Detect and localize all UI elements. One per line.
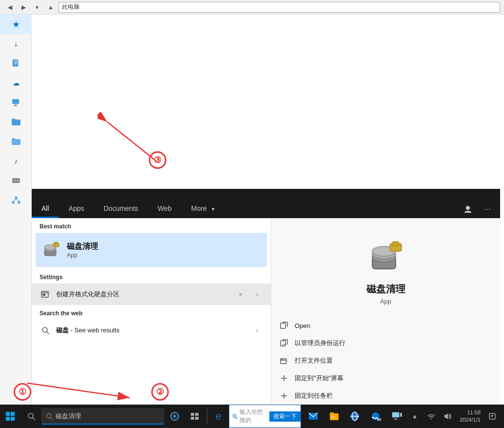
web-search-label: Search the web <box>32 305 271 320</box>
results-left: Best match 磁盘清理 App <box>32 218 271 405</box>
task-view-button[interactable] <box>185 405 206 428</box>
network-icon[interactable] <box>423 405 439 428</box>
svg-rect-47 <box>191 413 194 416</box>
svg-rect-48 <box>195 413 199 416</box>
svg-rect-62 <box>394 419 398 420</box>
context-pin-taskbar-text: 固定到任务栏 <box>295 391 333 400</box>
web-item-arrow: › <box>251 325 263 336</box>
sidebar-item-onedrive[interactable]: ☁ <box>0 73 32 93</box>
sidebar-item-network[interactable] <box>0 190 32 210</box>
web-item-text: 磁盘 - See web results <box>56 326 246 335</box>
volume-icon[interactable] <box>440 405 456 428</box>
svg-rect-24 <box>42 294 45 296</box>
chevron-down-icon: ▼ <box>211 206 216 212</box>
context-pin-taskbar[interactable]: 固定到任务栏 <box>271 387 500 405</box>
sidebar-item-pc[interactable] <box>0 93 32 112</box>
tab-apps-label: Apps <box>69 204 84 212</box>
results-right: 磁盘清理 App Open 以管理员身份运行 打开文件位置 <box>271 218 500 405</box>
svg-rect-65 <box>489 413 495 419</box>
tab-more-label: More <box>191 204 207 212</box>
context-open-text: Open <box>295 322 310 329</box>
context-pin-start[interactable]: 固定到"开始"屏幕 <box>271 369 500 387</box>
tab-all-label: All <box>41 204 49 212</box>
best-match-label: Best match <box>32 218 271 233</box>
context-open[interactable]: Open <box>271 317 500 334</box>
settings-item-disk-format[interactable]: 创建并格式化硬盘分区 × › <box>32 284 271 305</box>
notification-icon[interactable]: ▲ <box>407 405 423 428</box>
svg-rect-35 <box>281 359 286 364</box>
svg-marker-64 <box>444 413 448 419</box>
svg-rect-5 <box>15 104 17 105</box>
tab-apps[interactable]: Apps <box>59 200 94 218</box>
svg-rect-6 <box>14 105 18 106</box>
tab-web[interactable]: Web <box>148 200 181 218</box>
run-admin-icon <box>279 338 289 348</box>
internet-explorer-icon[interactable] <box>344 405 365 428</box>
start-button[interactable] <box>0 405 21 428</box>
dropdown-button[interactable]: ▾ <box>31 1 43 13</box>
forward-button[interactable]: ▶ <box>18 1 29 13</box>
context-run-as-admin[interactable]: 以管理员身份运行 <box>271 334 500 352</box>
windows-logo-icon <box>6 412 15 421</box>
sidebar-item-folder1[interactable] <box>0 112 32 132</box>
tab-all[interactable]: All <box>32 200 59 218</box>
svg-rect-54 <box>331 416 335 418</box>
web-search-item[interactable]: 磁盘 - See web results › <box>32 320 271 341</box>
ie-icon[interactable]: e <box>208 405 229 428</box>
taskbar-search-box[interactable]: 磁盘清理 <box>41 408 164 424</box>
tab-more[interactable]: More ▼ <box>181 200 225 218</box>
svg-line-43 <box>51 418 53 420</box>
sidebar-item-drive[interactable] <box>0 171 32 190</box>
ie-search-button[interactable]: 搜索一下 <box>269 411 301 422</box>
tab-web-label: Web <box>158 204 172 212</box>
cortana-button[interactable] <box>164 405 185 428</box>
clock[interactable]: 11:58 2024/1/1 <box>457 409 484 424</box>
context-open-location-text: 打开文件位置 <box>295 356 333 365</box>
context-open-location[interactable]: 打开文件位置 <box>271 352 500 369</box>
svg-rect-61 <box>395 418 397 419</box>
svg-point-46 <box>174 415 176 417</box>
sidebar-item-documents[interactable] <box>0 54 32 73</box>
sidebar-item-download[interactable]: ↓ <box>0 34 32 54</box>
tab-documents[interactable]: Documents <box>94 200 148 218</box>
sidebar-item-music[interactable]: ♪ <box>0 151 32 171</box>
best-match-title: 磁盘清理 <box>67 242 98 252</box>
svg-rect-49 <box>191 417 194 420</box>
svg-rect-34 <box>281 341 285 346</box>
taskbar-search-icon-button[interactable] <box>21 405 42 428</box>
more-options-icon[interactable]: ··· <box>479 201 496 218</box>
taskbar-right-area: ▲ 11:58 2024/1/1 <box>407 405 504 428</box>
svg-rect-50 <box>195 417 199 420</box>
fe-sidebar: ★ ↓ ☁ ♪ <box>0 15 32 405</box>
account-icon[interactable] <box>459 201 477 218</box>
sidebar-item-quickaccess[interactable]: ★ <box>0 15 32 34</box>
svg-rect-4 <box>12 99 19 104</box>
app-large-name: 磁盘清理 <box>366 283 405 296</box>
app-icon-small <box>41 240 61 260</box>
settings-item-close-button[interactable]: × <box>235 288 246 300</box>
ellipsis-icon: ··· <box>484 205 490 214</box>
back-button[interactable]: ◀ <box>4 1 16 13</box>
tab-actions: ··· <box>459 201 500 218</box>
best-match-info: 磁盘清理 App <box>67 242 98 259</box>
open-location-icon <box>279 356 289 366</box>
sidebar-item-folder2[interactable] <box>0 132 32 151</box>
address-bar[interactable]: 此电脑 <box>59 2 500 13</box>
ie-search-bar[interactable]: 输入你想搜的 搜索一下 <box>229 405 301 428</box>
computer-icon[interactable] <box>386 405 407 428</box>
action-center-icon[interactable] <box>484 405 500 428</box>
best-match-item[interactable]: 磁盘清理 App <box>36 233 267 267</box>
mail-icon[interactable] <box>303 405 324 428</box>
edge-icon[interactable]: BETA <box>365 405 386 428</box>
svg-point-12 <box>18 202 20 204</box>
up-button[interactable]: ▲ <box>45 1 57 13</box>
svg-rect-32 <box>393 242 399 245</box>
svg-rect-33 <box>281 323 285 328</box>
svg-point-15 <box>466 206 470 210</box>
pin-taskbar-icon <box>279 391 289 401</box>
svg-rect-63 <box>400 413 402 417</box>
context-pin-start-text: 固定到"开始"屏幕 <box>295 374 343 383</box>
settings-item-arrow: › <box>251 288 263 300</box>
file-explorer-icon[interactable] <box>323 405 344 428</box>
titlebar: ◀ ▶ ▾ ▲ 此电脑 <box>0 0 504 15</box>
